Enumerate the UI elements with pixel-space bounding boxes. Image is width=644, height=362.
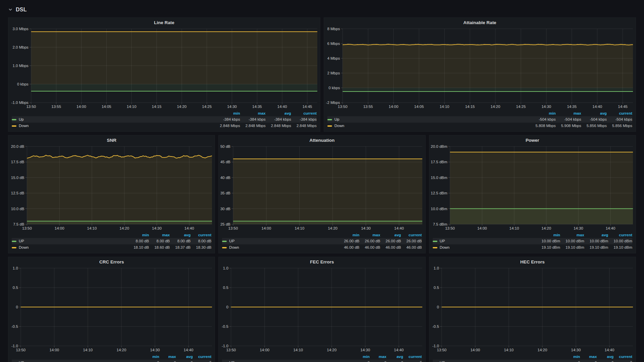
legend-series-name-up[interactable]: UP — [222, 238, 338, 244]
time-series-chart[interactable]: 20.0 dB17.5 dB15.0 dB12.5 dB10.0 dB7.5 d… — [8, 143, 215, 232]
panel-title[interactable]: Power — [429, 135, 636, 143]
legend-series-name-up[interactable]: Up — [327, 116, 530, 123]
legend-col-min[interactable]: min — [536, 232, 560, 238]
series-color-swatch[interactable] — [12, 119, 16, 120]
legend-value-avg: 0 — [386, 360, 403, 362]
legend-series-name-up[interactable]: Up — [12, 116, 215, 123]
panel-fec-errors: FEC Errors 1.00.50-0.5-1.013:5014:0014:1… — [218, 257, 425, 362]
legend-series-name-up[interactable]: UP — [433, 238, 536, 244]
panel-title[interactable]: FEC Errors — [219, 257, 425, 265]
legend-series-name-down[interactable]: Down — [222, 244, 338, 251]
x-axis-tick-label: 14:30 — [361, 226, 371, 230]
legend-col-max[interactable]: max — [556, 111, 581, 116]
time-series-chart[interactable]: 3.0 Mbps2.0 Mbps1.0 Mbps0 kbps-1.0 Mbps1… — [8, 25, 320, 110]
y-axis-tick-label: 20.0 dB — [11, 144, 24, 148]
legend-series-name-down[interactable]: Down — [327, 123, 530, 129]
legend-value-min: 10.00 dBm — [536, 238, 560, 244]
legend-table: minmaxavgcurrentUP26.00 dB26.00 dB26.00 … — [219, 232, 425, 253]
chart-canvas[interactable]: 1.00.50-0.5-1.013:5014:0014:1014:2014:30… — [219, 265, 425, 353]
time-series-chart[interactable]: 1.00.50-0.5-1.013:5014:0014:1014:2014:30… — [8, 265, 215, 353]
series-color-swatch[interactable] — [12, 241, 16, 242]
legend-col-current[interactable]: current — [191, 232, 211, 238]
legend-series-name-up[interactable]: UP — [12, 360, 143, 362]
legend-series-name-down[interactable]: Down — [12, 123, 215, 129]
legend-col-min[interactable]: min — [338, 232, 359, 238]
series-color-swatch[interactable] — [222, 247, 227, 248]
chart-canvas[interactable]: 8 Mbps6 Mbps4 Mbps2 Mbps0 kbps-2 Mbps13:… — [324, 25, 636, 110]
legend-col-current[interactable]: current — [401, 232, 422, 238]
chart-canvas[interactable]: 3.0 Mbps2.0 Mbps1.0 Mbps0 kbps-1.0 Mbps1… — [8, 25, 320, 110]
x-axis-tick-label: 14:10 — [509, 226, 519, 230]
series-color-swatch[interactable] — [12, 125, 16, 127]
series-color-swatch[interactable] — [327, 119, 332, 120]
legend-col-avg[interactable]: avg — [597, 354, 613, 360]
legend-col-max[interactable]: max — [560, 232, 584, 238]
legend-series-name-up[interactable]: UP — [12, 238, 128, 244]
panel-title[interactable]: CRC Errors — [8, 257, 215, 265]
legend-col-current[interactable]: current — [291, 111, 317, 116]
legend-col-avg[interactable]: avg — [170, 232, 191, 238]
panel-title[interactable]: Line Rate — [8, 18, 320, 25]
chart-canvas[interactable]: 20.0 dB17.5 dB15.0 dB12.5 dB10.0 dB7.5 d… — [8, 143, 215, 232]
legend-series-name-up[interactable]: UP — [222, 360, 353, 362]
legend-col-avg[interactable]: avg — [380, 232, 401, 238]
legend-col-current[interactable]: current — [403, 354, 422, 360]
legend-col-max[interactable]: max — [580, 354, 597, 360]
legend-col-avg[interactable]: avg — [176, 354, 193, 360]
legend-col-current[interactable]: current — [608, 232, 632, 238]
legend-col-min[interactable]: min — [530, 111, 556, 116]
legend-value-avg: 10.00 dBm — [584, 238, 608, 244]
legend-value-current: 26.00 dB — [401, 238, 422, 244]
x-axis-tick-label: 14:25 — [202, 105, 212, 109]
panel-title[interactable]: HEC Errors — [429, 257, 636, 265]
legend-value-min: 18.10 dB — [128, 244, 149, 251]
time-series-chart[interactable]: 8 Mbps6 Mbps4 Mbps2 Mbps0 kbps-2 Mbps13:… — [324, 25, 636, 110]
legend-col-max[interactable]: max — [370, 354, 386, 360]
series-color-swatch[interactable] — [327, 125, 332, 127]
legend-col-avg[interactable]: avg — [584, 232, 608, 238]
section-header-dsl[interactable]: DSL — [8, 4, 636, 15]
panel-title[interactable]: Attenuation — [219, 135, 425, 143]
legend-col-min[interactable]: min — [143, 354, 159, 360]
panel-attenuation: Attenuation 50 dB45 dB40 dB35 dB30 dB25 … — [218, 135, 425, 253]
legend-col-avg[interactable]: avg — [581, 111, 607, 116]
chart-canvas[interactable]: 50 dB45 dB40 dB35 dB30 dB25 dB13:5014:00… — [219, 143, 425, 232]
legend-value-current: 19.10 dBm — [608, 244, 632, 251]
panel-crc-errors: CRC Errors 1.00.50-0.5-1.013:5014:0014:1… — [8, 257, 215, 362]
legend-series-name-down[interactable]: Down — [12, 244, 128, 251]
legend-col-min[interactable]: min — [353, 354, 370, 360]
legend-col-avg[interactable]: avg — [386, 354, 403, 360]
x-axis-tick-label: 14:30 — [361, 348, 370, 352]
panel-title[interactable]: Attainable Rate — [324, 18, 636, 25]
legend-series-name-down[interactable]: Down — [433, 244, 536, 251]
legend-series-name-up[interactable]: UP — [433, 360, 564, 362]
y-axis-tick-label: 1.0 — [223, 266, 228, 270]
legend-col-max[interactable]: max — [149, 232, 170, 238]
legend-value-avg: 0 — [176, 360, 193, 362]
series-color-swatch[interactable] — [12, 247, 16, 248]
legend-value-min: -504 kbps — [530, 116, 556, 123]
legend-col-avg[interactable]: avg — [266, 111, 291, 116]
series-color-swatch[interactable] — [222, 241, 227, 242]
series-color-swatch[interactable] — [433, 241, 437, 242]
chart-canvas[interactable]: 1.00.50-0.5-1.013:5014:0014:1014:2014:30… — [8, 265, 215, 353]
time-series-chart[interactable]: 1.00.50-0.5-1.013:5014:0014:1014:2014:30… — [219, 265, 425, 353]
legend-col-current[interactable]: current — [613, 354, 632, 360]
legend-col-min[interactable]: min — [563, 354, 580, 360]
legend-col-min[interactable]: min — [128, 232, 149, 238]
legend-col-max[interactable]: max — [240, 111, 266, 116]
panel-title[interactable]: SNR — [8, 135, 215, 143]
series-label: UP — [229, 238, 234, 244]
chart-canvas[interactable]: 1.00.50-0.5-1.013:5014:0014:1014:2014:30… — [429, 265, 636, 353]
time-series-chart[interactable]: 20.0 dBm17.5 dBm15.0 dBm12.5 dBm10.0 dBm… — [429, 143, 636, 232]
legend-col-current[interactable]: current — [193, 354, 212, 360]
chart-canvas[interactable]: 20.0 dBm17.5 dBm15.0 dBm12.5 dBm10.0 dBm… — [429, 143, 636, 232]
legend-value-min: -384 kbps — [215, 116, 240, 123]
time-series-chart[interactable]: 1.00.50-0.5-1.013:5014:0014:1014:2014:30… — [429, 265, 636, 353]
legend-col-max[interactable]: max — [360, 232, 380, 238]
series-color-swatch[interactable] — [433, 247, 437, 248]
legend-col-max[interactable]: max — [159, 354, 176, 360]
legend-col-min[interactable]: min — [215, 111, 240, 116]
time-series-chart[interactable]: 50 dB45 dB40 dB35 dB30 dB25 dB13:5014:00… — [219, 143, 425, 232]
legend-col-current[interactable]: current — [607, 111, 632, 116]
